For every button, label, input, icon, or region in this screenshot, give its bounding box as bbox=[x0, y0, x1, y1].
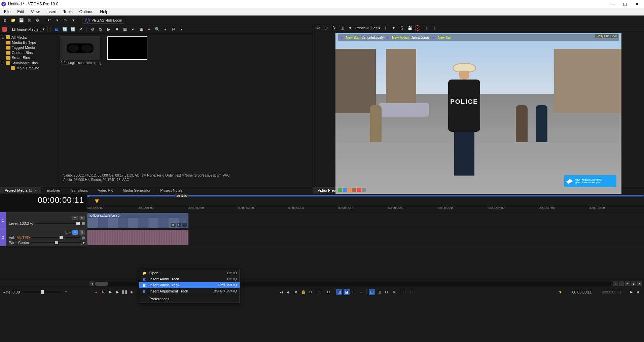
zoom-in-icon[interactable]: + bbox=[625, 281, 630, 286]
context-preferences[interactable]: Preferences... bbox=[139, 296, 240, 302]
refresh-icon[interactable]: 🔄 bbox=[62, 26, 68, 32]
fx-icon[interactable]: fx bbox=[98, 26, 104, 32]
play-icon[interactable]: ▶ bbox=[114, 289, 120, 295]
rate-slider[interactable] bbox=[23, 291, 62, 293]
open-project-icon[interactable]: 📁 bbox=[10, 17, 16, 23]
zoom-track-out-icon[interactable]: ▾ bbox=[637, 281, 642, 286]
menu-insert[interactable]: Insert bbox=[44, 9, 59, 15]
redo-dropdown-icon[interactable]: ▾ bbox=[70, 17, 76, 23]
dropdown-icon[interactable]: ▾ bbox=[162, 26, 168, 32]
timeline-empty-area[interactable] bbox=[0, 246, 644, 280]
undo-icon[interactable]: ↶ bbox=[46, 17, 52, 23]
normal-edit-tool-icon[interactable]: ◫ bbox=[336, 289, 342, 295]
tree-custom-bins[interactable]: Custom Bins bbox=[5, 50, 56, 55]
dropdown-icon[interactable]: ▾ bbox=[146, 26, 152, 32]
track-lane[interactable]: Officer Stubz is on TV ▦ fx ⋯ bbox=[87, 212, 644, 229]
dropdown-icon[interactable]: ▾ bbox=[391, 25, 397, 31]
context-open[interactable]: 📁 Open... Ctrl+O bbox=[139, 270, 240, 276]
search-icon[interactable]: 🔍 bbox=[154, 26, 160, 32]
pan-slider[interactable] bbox=[31, 242, 81, 243]
menu-edit[interactable]: Edit bbox=[14, 9, 27, 15]
ripple-icon[interactable]: → bbox=[358, 289, 364, 295]
save-snapshot-icon[interactable]: 💾 bbox=[407, 25, 413, 31]
copy-icon[interactable]: ⎘ bbox=[399, 25, 405, 31]
thumbnail-video[interactable] bbox=[107, 36, 149, 65]
fx-icon[interactable]: fx bbox=[331, 25, 337, 31]
stop-icon[interactable]: ■ bbox=[114, 26, 120, 32]
fx-icon[interactable]: fx bbox=[177, 223, 181, 227]
tab-transitions[interactable]: Transitions bbox=[65, 187, 93, 193]
filter-icon[interactable]: ⚐ bbox=[170, 26, 176, 32]
lock-icon[interactable]: 🔒 bbox=[300, 289, 307, 295]
audio-clip[interactable] bbox=[87, 230, 188, 245]
rate-dropdown-icon[interactable]: ▾ bbox=[65, 290, 67, 294]
video-clip[interactable]: Officer Stubz is on TV ▦ fx ⋯ bbox=[87, 213, 188, 228]
play-icon[interactable]: ▶ bbox=[628, 289, 634, 295]
zoom-out-icon[interactable]: − bbox=[619, 281, 624, 286]
pan-crop-icon[interactable]: ▦ bbox=[171, 223, 176, 227]
dropdown-icon[interactable]: ▾ bbox=[347, 25, 353, 31]
minimize-button[interactable]: — bbox=[607, 0, 618, 8]
tab-media-generator[interactable]: Media Generator bbox=[118, 187, 156, 193]
tree-smart-bins[interactable]: Smart Bins bbox=[5, 55, 56, 60]
tool1-icon[interactable]: ⊓ bbox=[318, 289, 324, 295]
v-icon[interactable]: V bbox=[415, 25, 420, 31]
marker-icon[interactable]: ▼ bbox=[293, 289, 299, 295]
record-icon[interactable] bbox=[2, 27, 7, 32]
envelope-tool-icon[interactable]: ⊡ bbox=[351, 289, 357, 295]
thumbnail-sunglasses[interactable]: 2-2-sunglasses-picture.png bbox=[60, 36, 102, 65]
close-icon[interactable]: ✕ bbox=[34, 189, 37, 192]
track-header[interactable]: 1 M S Level: 100.0 % ▦ bbox=[0, 212, 87, 229]
properties-icon[interactable]: ⚙ bbox=[34, 17, 40, 23]
tree-storyboard-bins[interactable]: ⊟Storyboard Bins bbox=[5, 60, 56, 65]
tree-all-media[interactable]: ⊟ All Media bbox=[1, 35, 56, 40]
layout-icon[interactable]: ▦ bbox=[53, 26, 60, 32]
menu-options[interactable]: Options bbox=[77, 9, 96, 15]
track-header[interactable]: 2 fx▾ M S Vol: MUTED ▦ Pan: bbox=[0, 229, 87, 246]
context-insert-adjustment-track[interactable]: ◧ Insert Adjustment Track Ctrl+Alt+Shift… bbox=[139, 288, 240, 294]
menu-view[interactable]: View bbox=[28, 9, 42, 15]
timeline-ruler[interactable]: 00:00:00;00 00:00:01;00 00:00:02;00 00:0… bbox=[0, 206, 644, 212]
gear-icon[interactable]: ⚙ bbox=[90, 26, 96, 32]
new-project-icon[interactable]: 🗎 bbox=[2, 17, 8, 23]
redo-icon[interactable]: ↷ bbox=[62, 17, 68, 23]
tool-c-icon[interactable]: ⊡ bbox=[384, 289, 390, 295]
zoom-track-in-icon[interactable]: ▴ bbox=[631, 281, 636, 286]
dashed-icon[interactable]: ⊟ bbox=[430, 25, 436, 31]
gear-icon[interactable]: ⚙ bbox=[315, 25, 321, 31]
xfade-icon[interactable]: ⨯ bbox=[391, 289, 397, 295]
loop-icon[interactable]: ↻ bbox=[100, 289, 106, 295]
context-insert-video-track[interactable]: ◧ Insert Video Track Ctrl+Shift+Q bbox=[139, 282, 240, 288]
fx-icon[interactable]: fx bbox=[65, 231, 68, 234]
mute-button[interactable]: M bbox=[72, 230, 78, 235]
track-lane[interactable]: 12 18 36 48 bbox=[87, 229, 644, 246]
volume-slider[interactable] bbox=[31, 237, 80, 238]
tab-explorer[interactable]: Explorer bbox=[42, 187, 65, 193]
add-icon[interactable]: 🔄 bbox=[70, 26, 76, 32]
more-icon[interactable]: ⋯ bbox=[182, 223, 187, 227]
timecode-display[interactable]: 00:00:00;11 bbox=[0, 194, 87, 206]
context-insert-audio-track[interactable]: ◧ Insert Audio Track Ctrl+Q bbox=[139, 276, 240, 282]
render-icon[interactable]: ⎘ bbox=[26, 17, 32, 23]
scroll-right-icon[interactable]: ▸ bbox=[613, 281, 618, 286]
view-mode-icon[interactable]: ▦ bbox=[122, 26, 128, 32]
tab-video-fx[interactable]: Video FX bbox=[93, 187, 118, 193]
menu-tools[interactable]: Tools bbox=[61, 9, 75, 15]
tab-project-notes[interactable]: Project Notes bbox=[155, 187, 187, 193]
preview-quality-select[interactable]: Preview (Half)▾ bbox=[355, 26, 381, 30]
hub-login-button[interactable]: H VEGAS Hub Login bbox=[82, 17, 125, 24]
stop-icon[interactable]: ■ bbox=[129, 289, 135, 295]
tab-project-media[interactable]: Project Media✕ bbox=[0, 187, 42, 193]
video-preview-canvas[interactable]: ◉ New Sub: SenoritaLovely ◉ New Follow: … bbox=[335, 33, 621, 194]
menu-help[interactable]: Help bbox=[97, 9, 111, 15]
overlays-icon[interactable]: ⊹ bbox=[383, 25, 389, 31]
tool2-icon[interactable]: ⊔ bbox=[326, 289, 332, 295]
timeline-marker-ruler[interactable]: -10:32:29 bbox=[87, 194, 644, 206]
automation-icon[interactable]: ▦ bbox=[81, 221, 85, 225]
stop-icon[interactable]: ■ bbox=[635, 289, 641, 295]
remove-icon[interactable]: ✕ bbox=[78, 26, 84, 32]
play-start-icon[interactable]: ▶ bbox=[107, 289, 113, 295]
record-icon[interactable]: ● bbox=[93, 289, 99, 295]
goto-end-icon[interactable]: ⏭ bbox=[286, 289, 292, 295]
dashed-icon[interactable]: ⊟ bbox=[401, 289, 407, 295]
